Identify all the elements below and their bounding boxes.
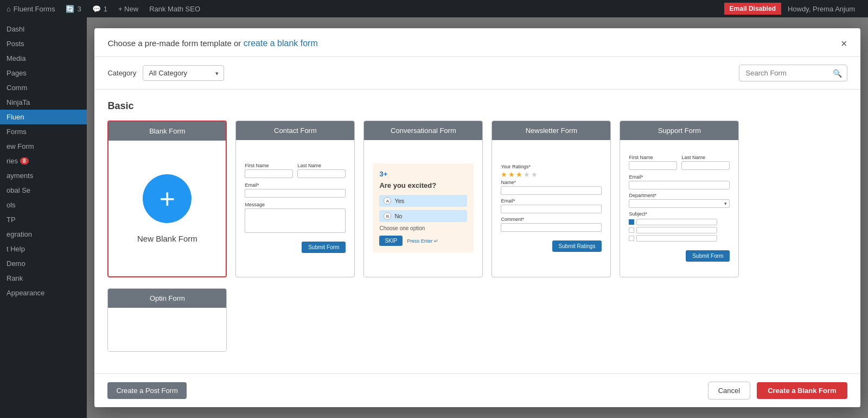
support-firstname: First Name	[629, 155, 677, 170]
newsletter-preview: Your Ratings* ★ ★ ★ ★ ★	[501, 164, 602, 252]
sidebar-item-fluent[interactable]: Fluen	[0, 110, 87, 124]
template-card-newsletter[interactable]: Newsletter Form Your Ratings* ★ ★ ★ ★	[492, 121, 611, 277]
checkbox-row-2	[629, 227, 730, 233]
search-input[interactable]	[739, 65, 847, 81]
sidebar-item-forms[interactable]: Forms	[0, 124, 87, 139]
sidebar-item-posts[interactable]: Posts	[0, 36, 87, 51]
support-department-label: Department*	[629, 193, 730, 198]
contact-name-row: First Name Last Name	[245, 163, 346, 178]
ratings-label: Your Ratings*	[501, 164, 602, 169]
sidebar-item-integrations[interactable]: egration	[0, 227, 87, 242]
sidebar-item-comments[interactable]: Comm	[0, 80, 87, 95]
category-select-wrapper: All Category Basic Advanced Survey ▾	[143, 65, 224, 81]
sidebar-item-payments[interactable]: ayments	[0, 168, 87, 183]
updates-count: 3	[77, 5, 81, 13]
blank-form-icon: +	[143, 174, 192, 223]
rating-stars: ★ ★ ★ ★ ★	[501, 170, 602, 179]
sidebar-item-appearance[interactable]: Appearance	[0, 286, 87, 300]
comments-item[interactable]: 💬 1	[92, 5, 107, 13]
template-card-contact[interactable]: Contact Form First Name	[235, 121, 355, 277]
newsletter-email-input	[501, 205, 602, 213]
template-card-conversational[interactable]: Conversational Form 3+ Are you excited? …	[363, 121, 483, 277]
option-a-circle: A	[384, 197, 391, 205]
conversational-form-body: 3+ Are you excited? A Yes B No	[364, 140, 482, 276]
support-email-label: Email*	[629, 174, 730, 180]
sidebar-item-demo[interactable]: Demo	[0, 256, 87, 271]
modal-body: Basic Blank Form + New Blank Form	[94, 90, 860, 373]
conv-hint: Choose one option	[379, 225, 467, 231]
checkbox-3-input	[636, 235, 717, 242]
create-blank-form-link[interactable]: create a blank form	[244, 39, 318, 48]
newsletter-name-input	[501, 186, 602, 195]
rank-math-item[interactable]: Rank Math SEO	[149, 5, 200, 13]
option-yes-label: Yes	[394, 198, 404, 204]
lastname-label: Last Name	[297, 163, 346, 168]
email-label: Email*	[245, 182, 346, 188]
sidebar-item-global-settings[interactable]: obal Se	[0, 183, 87, 198]
conv-preview: 3+ Are you excited? A Yes B No	[373, 163, 474, 252]
support-email-input	[629, 181, 730, 189]
contact-form-header: Contact Form	[236, 121, 354, 140]
sidebar-item-pages[interactable]: Pages	[0, 66, 87, 80]
search-icon: 🔍	[833, 69, 842, 78]
category-label: Category	[107, 69, 136, 77]
support-firstname-label: First Name	[629, 155, 677, 160]
optin-form-header: Optin Form	[108, 289, 226, 308]
support-form-header: Support Form	[620, 121, 738, 140]
entries-badge: 8	[20, 157, 29, 164]
sidebar-item-media[interactable]: Media	[0, 51, 87, 66]
conv-footer: SKIP Press Enter ↵	[379, 236, 467, 246]
checkbox-row-1	[629, 219, 730, 225]
support-name-row: First Name Last Name	[629, 155, 730, 170]
template-card-support[interactable]: Support Form First Name	[620, 121, 739, 277]
support-preview: First Name Last Name	[629, 155, 730, 262]
updates-item[interactable]: 🔄 3	[66, 5, 81, 13]
newsletter-form-header: Newsletter Form	[492, 121, 610, 140]
newsletter-comment-label: Comment*	[501, 217, 602, 222]
conv-skip-btn: SKIP	[379, 236, 403, 246]
support-lastname-label: Last Name	[681, 155, 730, 160]
main-content: 170 [fluentform type="conversational" 0 …	[87, 17, 868, 418]
email-disabled-badge: Email Disabled	[724, 3, 781, 15]
category-select[interactable]: All Category Basic Advanced Survey	[143, 65, 224, 81]
template-card-optin[interactable]: Optin Form	[107, 288, 227, 352]
message-label: Message	[245, 202, 346, 207]
option-b-circle: B	[384, 212, 391, 220]
modal-header: Choose a pre-made form template or creat…	[94, 28, 860, 57]
checkbox-1	[629, 219, 634, 225]
sidebar-item-smtp[interactable]: TP	[0, 212, 87, 227]
newsletter-form-body: Your Ratings* ★ ★ ★ ★ ★	[492, 140, 610, 276]
template-card-blank[interactable]: Blank Form + New Blank Form	[107, 121, 227, 277]
conv-number: 3+	[379, 170, 467, 178]
contact-submit-btn: Submit Form	[302, 242, 346, 253]
checkbox-row-3	[629, 235, 730, 242]
sidebar-item-dashboard[interactable]: Dashl	[0, 22, 87, 36]
create-post-form-button[interactable]: Create a Post Form	[107, 382, 186, 399]
admin-bar: ⌂ Fluent Forms 🔄 3 💬 1 + New Rank Math S…	[0, 0, 868, 17]
checkbox-2-input	[636, 227, 717, 233]
modal-header-static-text: Choose a pre-made form template or	[107, 39, 241, 48]
support-lastname-input	[681, 161, 730, 170]
sidebar-item-new-form[interactable]: ew Form	[0, 139, 87, 154]
contact-form-body: First Name Last Name	[236, 140, 354, 276]
create-blank-form-button[interactable]: Create a Blank Form	[757, 382, 847, 399]
support-submit-btn: Submit Form	[686, 250, 730, 262]
support-subject-label: Subject*	[629, 211, 730, 217]
new-item[interactable]: + New	[118, 5, 138, 13]
sidebar-item-get-help[interactable]: t Help	[0, 242, 87, 256]
sidebar-item-tools[interactable]: ols	[0, 198, 87, 212]
sidebar-item-rank[interactable]: Rank	[0, 271, 87, 286]
brand-item[interactable]: ⌂ Fluent Forms	[7, 5, 55, 13]
sidebar: Dashl Posts Media Pages Comm NinjaTa Flu…	[0, 17, 87, 418]
star-4: ★	[524, 170, 530, 179]
blank-form-header: Blank Form	[108, 122, 226, 141]
checkbox-3	[629, 236, 634, 241]
sidebar-item-entries[interactable]: ries 8	[0, 154, 87, 168]
comments-count: 1	[104, 5, 107, 13]
modal-close-button[interactable]: ×	[841, 38, 847, 49]
newsletter-comment-input	[501, 223, 602, 232]
cancel-button[interactable]: Cancel	[708, 382, 750, 400]
new-label: + New	[118, 5, 138, 13]
wp-layout: Dashl Posts Media Pages Comm NinjaTa Flu…	[0, 17, 868, 418]
sidebar-item-ninjatable[interactable]: NinjaTa	[0, 95, 87, 110]
